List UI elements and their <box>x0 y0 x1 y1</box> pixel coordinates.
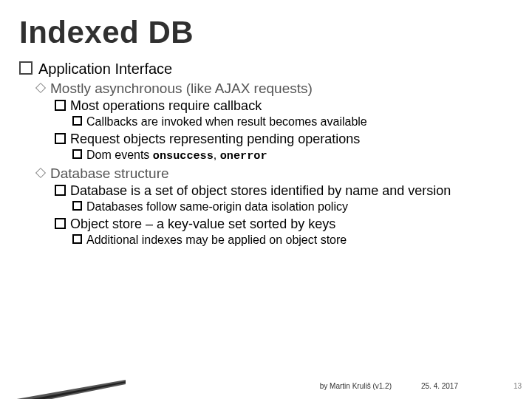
bullet-callback-invoked-text: Callbacks are invoked when result become… <box>86 115 367 128</box>
slide-title: Indexed DB <box>19 15 513 50</box>
square-bullet-icon <box>72 234 82 244</box>
bullet-async-text: Mostly asynchronous (like AJAX requests) <box>50 81 313 96</box>
square-bullet-icon <box>55 100 66 111</box>
bullet-same-origin-text: Databases follow same-origin data isolat… <box>86 200 348 213</box>
bullet-callback: Most operations require callback <box>55 98 513 114</box>
square-bullet-icon <box>55 185 66 196</box>
bullet-db-set: Database is a set of object stores ident… <box>55 183 513 199</box>
square-bullet-icon <box>55 218 66 229</box>
diamond-bullet-icon <box>35 168 46 178</box>
heading-line: Application Interface <box>19 61 513 78</box>
page-number: 13 <box>514 382 522 390</box>
square-bullet-icon <box>72 116 82 126</box>
bullet-db-structure-text: Database structure <box>50 166 169 181</box>
heading-text: Application Interface <box>38 61 172 77</box>
bullet-object-store-text: Object store – a key-value set sorted by… <box>70 216 335 231</box>
bullet-indexes-text: Additional indexes may be applied on obj… <box>86 233 347 246</box>
square-bullet-icon <box>72 201 82 211</box>
square-bullet-icon <box>19 61 33 75</box>
dom-events-pre: Dom events <box>86 149 153 161</box>
bullet-callback-invoked: Callbacks are invoked when result become… <box>72 115 513 129</box>
bullet-request-objects: Request objects representing pending ope… <box>55 132 513 147</box>
date: 25. 4. 2017 <box>421 382 458 390</box>
bullet-request-objects-text: Request objects representing pending ope… <box>70 132 360 146</box>
square-bullet-icon <box>55 133 66 144</box>
bullet-db-set-text: Database is a set of object stores ident… <box>70 183 451 198</box>
bullet-dom-events: Dom events onsuccess, onerror <box>72 149 513 163</box>
onsuccess-code: onsuccess <box>153 149 214 163</box>
bullet-async: Mostly asynchronous (like AJAX requests) <box>37 81 513 97</box>
bullet-same-origin: Databases follow same-origin data isolat… <box>72 200 513 214</box>
onerror-code: onerror <box>220 149 267 163</box>
svg-marker-0 <box>0 380 126 399</box>
byline: by Martin Kruliš (v1.2) <box>320 382 392 390</box>
bullet-object-store: Object store – a key-value set sorted by… <box>55 216 513 232</box>
slide: Indexed DB Application Interface Mostly … <box>0 0 532 399</box>
bullet-db-structure: Database structure <box>37 166 513 182</box>
dom-events-mid: , <box>214 149 220 161</box>
diamond-bullet-icon <box>35 83 46 93</box>
square-bullet-icon <box>72 149 82 159</box>
bullet-indexes: Additional indexes may be applied on obj… <box>72 233 513 247</box>
bullet-callback-text: Most operations require callback <box>70 98 262 113</box>
